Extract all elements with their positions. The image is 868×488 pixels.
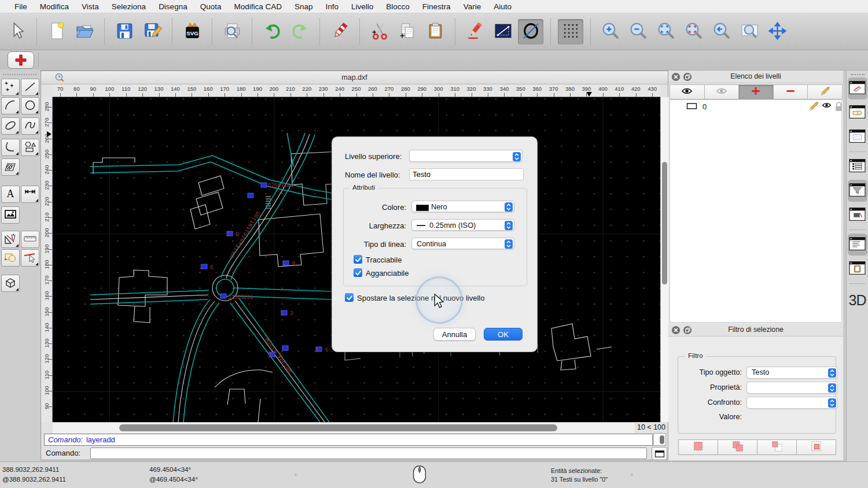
comparison-combo[interactable] bbox=[746, 397, 838, 409]
horizontal-scrollbar-thumb[interactable] bbox=[119, 424, 557, 431]
color-combo[interactable]: Nero bbox=[411, 201, 514, 212]
text-tool-button[interactable]: A bbox=[1, 186, 20, 203]
filter-remove-button[interactable] bbox=[757, 439, 797, 455]
menu-vista[interactable]: Vista bbox=[75, 2, 105, 11]
menu-modifica[interactable]: Modifica bbox=[34, 2, 75, 11]
menu-info[interactable]: Info bbox=[319, 2, 345, 11]
command-dock-toggle[interactable] bbox=[848, 234, 867, 256]
cancel-button[interactable]: Annulla bbox=[433, 328, 476, 341]
move-selection-checkbox[interactable] bbox=[345, 293, 354, 302]
horizontal-scrollbar[interactable] bbox=[53, 422, 635, 433]
property-combo[interactable] bbox=[746, 382, 838, 394]
pan-button[interactable] bbox=[764, 19, 790, 45]
solid-tool-button[interactable] bbox=[1, 275, 20, 292]
menu-disegna[interactable]: Disegna bbox=[152, 2, 194, 11]
redo-button[interactable] bbox=[287, 19, 312, 45]
menu-snap[interactable]: Snap bbox=[288, 2, 319, 11]
point-tool-button[interactable] bbox=[1, 79, 20, 96]
filter-select-button[interactable] bbox=[678, 439, 718, 455]
menu-livello[interactable]: Livello bbox=[345, 2, 380, 11]
linetype-combo[interactable]: Continua bbox=[411, 238, 514, 249]
undo-button[interactable] bbox=[259, 19, 285, 45]
select-line-tool-button[interactable] bbox=[21, 249, 39, 267]
object-type-combo[interactable]: Testo bbox=[746, 367, 838, 379]
clipboard-dock-toggle[interactable] bbox=[848, 258, 867, 280]
line-tool-button[interactable] bbox=[21, 79, 39, 96]
print-preview-button[interactable] bbox=[219, 19, 245, 45]
polygon-tool-button[interactable] bbox=[21, 139, 39, 156]
layer-edit-pencil-icon[interactable] bbox=[809, 101, 819, 111]
blocks-dock-toggle[interactable] bbox=[848, 102, 867, 124]
drafting-tool-button[interactable] bbox=[1, 231, 20, 248]
restrict-nothing-button[interactable] bbox=[518, 19, 543, 45]
layers-dock-toggle[interactable] bbox=[848, 77, 867, 99]
open-file-button[interactable] bbox=[72, 19, 97, 45]
vertical-scrollbar[interactable] bbox=[660, 97, 668, 422]
command-window-button[interactable] bbox=[652, 447, 667, 460]
ok-button[interactable]: OK bbox=[484, 328, 523, 341]
hatch-tool-button[interactable] bbox=[1, 158, 20, 176]
save-as-button[interactable] bbox=[139, 19, 165, 45]
filter-add-button[interactable] bbox=[718, 439, 757, 455]
save-button[interactable] bbox=[112, 19, 137, 45]
parent-layer-combo[interactable] bbox=[409, 150, 523, 162]
selection-pointer-button[interactable] bbox=[4, 19, 30, 45]
hide-all-layers-button[interactable] bbox=[704, 84, 740, 99]
image-tool-button[interactable] bbox=[1, 206, 20, 224]
cad-add-button[interactable] bbox=[8, 51, 34, 69]
views-dock-toggle[interactable] bbox=[848, 126, 867, 148]
dimension-tool-button[interactable] bbox=[21, 186, 39, 203]
layer-lock-icon[interactable] bbox=[834, 101, 844, 111]
spline-tool-button[interactable] bbox=[21, 117, 39, 135]
menu-aiuto[interactable]: Aiuto bbox=[487, 2, 518, 11]
remove-layer-button[interactable] bbox=[773, 84, 808, 99]
zoom-out-button[interactable] bbox=[626, 19, 651, 45]
scale-reference-button[interactable] bbox=[490, 19, 516, 45]
ruler-tool-button[interactable] bbox=[21, 231, 39, 248]
menu-quota[interactable]: Quota bbox=[194, 2, 228, 11]
zoom-auto-button[interactable] bbox=[653, 19, 679, 45]
draw-order-button[interactable] bbox=[462, 19, 488, 45]
command-input[interactable] bbox=[90, 448, 647, 459]
new-file-button[interactable] bbox=[44, 19, 69, 45]
edit-layer-button[interactable] bbox=[807, 84, 843, 99]
add-layer-button[interactable] bbox=[738, 84, 774, 99]
modify-tool-button[interactable] bbox=[1, 249, 20, 267]
delete-button[interactable] bbox=[327, 19, 352, 45]
zoom-selection-button[interactable] bbox=[681, 19, 707, 45]
3d-dock-label[interactable]: 3D bbox=[847, 292, 868, 309]
arc-tool-button[interactable] bbox=[1, 97, 20, 114]
menu-finestra[interactable]: Finestra bbox=[416, 2, 457, 11]
show-all-layers-button[interactable] bbox=[670, 84, 705, 99]
layer-visible-eye-icon[interactable] bbox=[822, 101, 832, 111]
history-scrollbar-thumb[interactable] bbox=[660, 435, 664, 444]
layer-name-field[interactable] bbox=[409, 168, 524, 180]
float-icon[interactable] bbox=[683, 72, 692, 82]
menu-file[interactable]: File bbox=[8, 2, 34, 11]
menu-modifica-cad[interactable]: Modifica CAD bbox=[227, 2, 288, 11]
selected-text-handle[interactable] bbox=[282, 346, 288, 350]
library-dock-toggle[interactable] bbox=[848, 204, 867, 226]
zoom-in-button[interactable] bbox=[598, 19, 623, 45]
plottable-checkbox[interactable] bbox=[354, 255, 362, 264]
polyline-tool-button[interactable] bbox=[1, 139, 20, 156]
properties-dock-toggle[interactable] bbox=[848, 156, 867, 178]
zoom-previous-button[interactable] bbox=[709, 19, 734, 45]
snappable-checkbox[interactable] bbox=[354, 268, 362, 277]
zoom-window-button[interactable] bbox=[737, 19, 762, 45]
filter-intersect-button[interactable] bbox=[796, 439, 836, 455]
selected-text-handle[interactable] bbox=[201, 264, 207, 269]
lineweight-combo[interactable]: 0.25mm (ISO) bbox=[411, 219, 514, 231]
menu-varie[interactable]: Varie bbox=[457, 2, 488, 11]
layer-row[interactable]: 0 bbox=[670, 100, 841, 113]
selected-text-handle[interactable] bbox=[261, 183, 267, 187]
grid-toggle-button[interactable] bbox=[558, 19, 583, 45]
copy-button[interactable] bbox=[395, 19, 420, 45]
menu-blocco[interactable]: Blocco bbox=[380, 2, 416, 11]
close-icon[interactable] bbox=[671, 72, 681, 82]
svg-export-button[interactable]: SVG bbox=[179, 19, 205, 45]
selected-text-handle[interactable] bbox=[248, 193, 253, 198]
cut-button[interactable] bbox=[367, 19, 392, 45]
filter-dock-toggle[interactable] bbox=[848, 180, 867, 202]
vertical-scrollbar-thumb[interactable] bbox=[662, 162, 667, 284]
